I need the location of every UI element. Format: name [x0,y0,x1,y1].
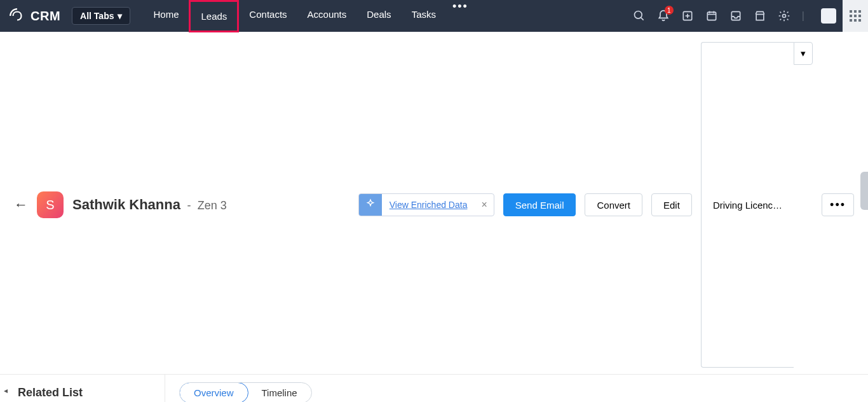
nav-deals[interactable]: Deals [356,0,401,32]
gear-icon[interactable] [778,10,790,22]
lead-name: Sathwik Khanna [72,197,180,212]
convert-button[interactable]: Convert [585,193,642,216]
view-enriched-link[interactable]: View Enriched Data [382,200,475,210]
svg-rect-10 [756,15,764,20]
all-tabs-label: All Tabs [80,11,114,21]
driving-licence-caret[interactable]: ▾ [794,42,813,65]
store-icon[interactable] [754,10,766,22]
tab-overview[interactable]: Overview [179,382,248,402]
nav-tasks[interactable]: Tasks [402,0,446,32]
crm-logo-icon [9,8,25,24]
nav-links: Home Leads Contacts Accounts Deals Tasks… [143,0,474,32]
back-arrow-icon[interactable]: ← [14,197,28,213]
search-icon[interactable] [633,10,646,22]
content: Overview Timeline Email Opt Out— Modifie… [165,375,868,402]
collapse-icon[interactable]: ◂ [4,386,8,395]
title-bar: ← S Sathwik Khanna - Zen 3 View Enriched… [0,32,868,375]
apps-grid-icon[interactable] [843,0,868,32]
crm-logo: CRM [9,8,60,24]
chevron-down-icon: ▾ [118,11,122,21]
lead-avatar: S [37,191,64,218]
lead-title: Sathwik Khanna - Zen 3 [72,197,227,213]
all-tabs-dropdown[interactable]: All Tabs ▾ [72,7,130,25]
badge-count: 1 [665,6,674,15]
enrich-box: View Enriched Data × [358,193,494,216]
related-list-header: Related List [0,384,165,402]
tab-timeline[interactable]: Timeline [248,383,311,402]
user-avatar[interactable] [821,8,836,24]
more-button[interactable]: ••• [822,193,854,216]
divider: | [802,10,804,22]
enrich-close-icon[interactable]: × [475,199,493,211]
svg-rect-5 [707,12,715,20]
svg-point-0 [634,11,642,19]
drawer-icon[interactable] [729,10,742,22]
calendar-icon[interactable] [705,10,718,22]
top-nav: CRM All Tabs ▾ Home Leads Contacts Accou… [0,0,868,32]
svg-point-11 [782,15,785,18]
sidebar: ◂ Related List Notes Attachments Product… [0,375,165,402]
pill-tabs: Overview Timeline [179,382,312,402]
brand-text: CRM [31,9,60,24]
plus-icon[interactable] [681,10,694,22]
nav-contacts[interactable]: Contacts [239,0,297,32]
svg-line-1 [641,18,643,20]
send-email-button[interactable]: Send Email [503,193,576,216]
lead-company: Zen 3 [198,199,227,212]
main: ◂ Related List Notes Attachments Product… [0,375,868,402]
topnav-icons: 1 | [633,8,836,24]
lead-dash: - [187,199,191,212]
enrich-icon [359,193,382,216]
driving-licence-button[interactable]: Driving Licenc… [701,42,794,368]
nav-home[interactable]: Home [143,0,189,32]
edit-button[interactable]: Edit [651,193,692,216]
nav-leads[interactable]: Leads [189,0,239,32]
nav-accounts[interactable]: Accounts [297,0,357,32]
driving-licence-btn-group: Driving Licenc… ▾ [701,42,813,368]
bell-icon[interactable]: 1 [657,10,670,22]
scroll-indicator[interactable] [860,172,868,210]
nav-more[interactable]: ••• [446,0,475,32]
